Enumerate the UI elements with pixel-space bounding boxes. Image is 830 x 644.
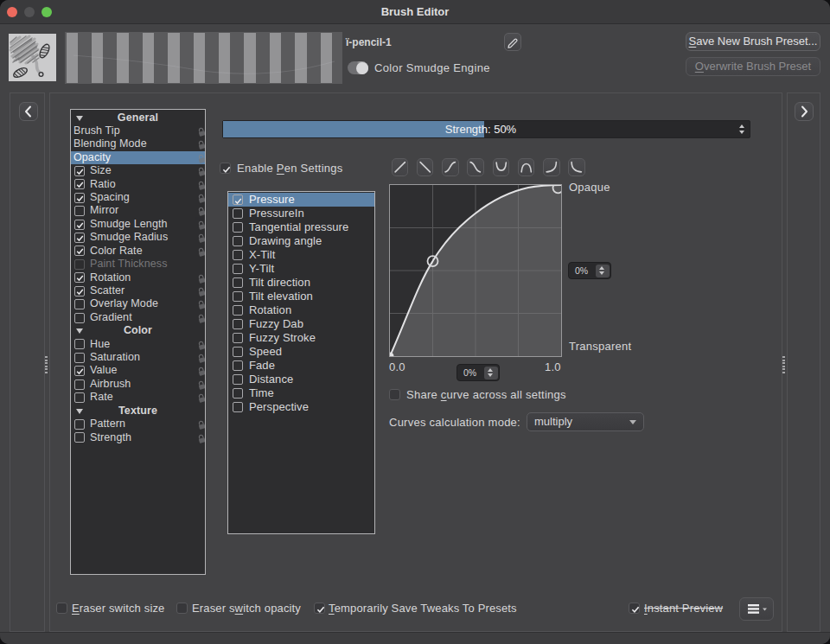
sensor-row[interactable]: Speed [228,345,374,359]
option-row[interactable]: Size [71,164,205,177]
splitter-handle-right[interactable] [782,356,785,375]
spin-up-icon[interactable] [488,368,493,372]
option-row[interactable]: Saturation [71,351,205,364]
curve-preset-linear-up[interactable] [392,158,409,176]
curves-calculation-mode-dropdown[interactable]: multiply [527,412,644,431]
collapse-triangle-icon[interactable] [76,116,83,121]
option-row[interactable]: Gradient [71,311,205,324]
option-row[interactable]: Value [71,364,205,377]
sensor-checkbox[interactable] [233,347,243,357]
share-curve-checkbox[interactable] [389,389,400,400]
curve-x-spinbox[interactable]: 0% [456,364,500,381]
eraser-switch-opacity-checkbox[interactable] [176,603,188,614]
curve-preset-u-shape[interactable] [493,158,510,176]
sensor-row[interactable]: Y-Tilt [228,262,374,276]
option-row[interactable]: Scatter [71,284,205,297]
sensor-checkbox[interactable] [233,222,243,233]
sensor-row[interactable]: PressureIn [228,207,374,220]
spin-down-icon[interactable] [739,131,744,134]
option-row[interactable]: Strength [71,431,205,444]
sensor-checkbox[interactable] [233,305,243,316]
sensor-row[interactable]: Drawing angle [228,234,374,248]
curve-preset-ease-out[interactable] [568,158,585,176]
sensor-row[interactable]: Tangential pressure [228,220,374,234]
option-checkbox[interactable] [74,233,85,243]
curve-preset-arch-shape[interactable] [518,158,535,176]
sensor-checkbox[interactable] [233,250,243,260]
option-row[interactable]: Airbrush [71,378,205,391]
sensor-row[interactable]: Perspective [228,400,374,414]
option-row[interactable]: Overlay Mode [71,297,205,310]
option-row[interactable]: Color Rate [71,245,205,258]
sensor-row[interactable]: Rotation [228,303,374,317]
option-checkbox[interactable] [74,339,85,349]
save-new-brush-preset-button[interactable]: Save New Brush Preset... [686,32,820,51]
rename-preset-button[interactable] [504,33,521,51]
strength-slider[interactable]: Strength: 50% [222,120,750,138]
sensor-row[interactable]: Tilt direction [228,276,374,290]
spin-buttons[interactable] [596,265,610,277]
option-row[interactable]: Rate [71,391,205,404]
option-checkbox[interactable] [74,259,85,270]
eraser-switch-size-checkbox[interactable] [56,603,67,614]
curve-editor[interactable] [389,184,562,357]
sensor-checkbox[interactable] [233,319,243,329]
sensor-checkbox[interactable] [233,194,243,205]
option-checkbox[interactable] [74,419,85,430]
spin-up-icon[interactable] [739,124,744,128]
sensor-row[interactable]: Time [228,386,374,400]
sensor-row[interactable]: Tilt elevation [228,290,374,303]
option-row[interactable]: Mirror [71,204,205,217]
sensor-checkbox[interactable] [233,374,243,385]
option-checkbox[interactable] [74,179,85,189]
option-row[interactable]: Opacity [71,151,205,164]
option-checkbox[interactable] [74,299,85,309]
option-checkbox[interactable] [74,286,85,296]
sensor-checkbox[interactable] [233,264,243,274]
curve-y-spinbox[interactable]: 0% [568,262,611,279]
collapse-triangle-icon[interactable] [76,409,83,414]
spin-up-icon[interactable] [599,266,604,270]
temporarily-save-tweaks-checkbox[interactable] [314,603,325,614]
option-checkbox[interactable] [74,353,85,363]
option-row[interactable]: Ratio [71,178,205,191]
option-checkbox[interactable] [74,379,85,390]
curve-preset-s-curve-down[interactable] [467,158,484,176]
instant-preview-checkbox[interactable] [629,603,640,614]
sensor-row[interactable]: Distance [228,373,374,386]
spin-buttons[interactable] [484,367,498,379]
option-row[interactable]: Brush Tip [71,124,205,137]
spin-down-icon[interactable] [599,271,604,275]
splitter-handle-left[interactable] [45,356,48,375]
strength-spin-arrows[interactable] [739,121,747,137]
option-row[interactable]: Blending Mode [71,137,205,150]
option-checkbox[interactable] [74,313,85,323]
option-checkbox[interactable] [74,432,85,443]
option-row[interactable]: Pattern [71,418,205,430]
option-row[interactable]: Rotation [71,271,205,284]
option-row[interactable]: Smudge Length [71,218,205,231]
sensor-checkbox[interactable] [233,333,243,343]
next-option-button[interactable] [795,102,814,121]
option-checkbox[interactable] [74,245,85,256]
sensor-checkbox[interactable] [233,236,243,246]
sensor-checkbox[interactable] [233,402,243,412]
option-checkbox[interactable] [74,272,85,283]
option-checkbox[interactable] [74,392,85,403]
option-checkbox[interactable] [74,366,85,376]
option-row[interactable]: Smudge Radius [71,231,205,244]
curve-preset-linear-down[interactable] [417,158,434,176]
sensor-row[interactable]: X-Tilt [228,248,374,262]
option-checkbox[interactable] [74,193,85,203]
sensor-checkbox[interactable] [233,291,243,302]
sensor-checkbox[interactable] [233,208,243,219]
option-row[interactable]: Spacing [71,191,205,204]
sensor-checkbox[interactable] [233,388,243,399]
sensor-checkbox[interactable] [233,360,243,371]
sensor-row[interactable]: Fade [228,359,374,373]
spin-down-icon[interactable] [488,373,493,377]
curve-preset-ease-in[interactable] [543,158,560,176]
option-checkbox[interactable] [74,206,85,216]
previous-option-button[interactable] [19,102,38,121]
option-checkbox[interactable] [74,166,85,176]
